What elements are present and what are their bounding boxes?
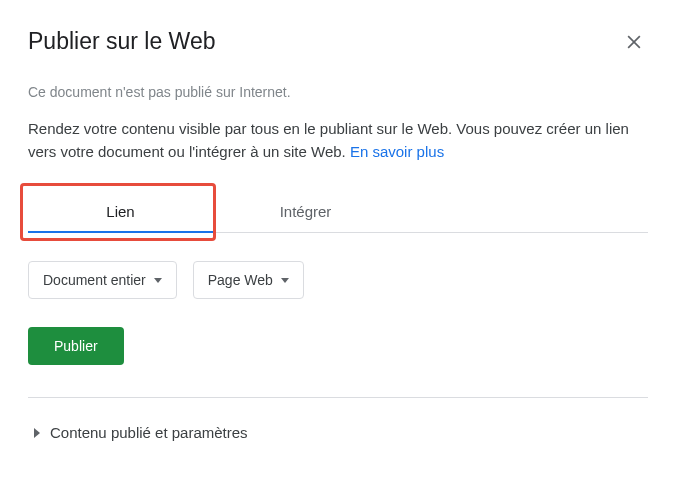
caret-down-icon	[154, 278, 162, 283]
format-dropdown-label: Page Web	[208, 272, 273, 288]
scope-dropdown[interactable]: Document entier	[28, 261, 177, 299]
settings-expander[interactable]: Contenu publié et paramètres	[28, 420, 248, 445]
status-text: Ce document n'est pas publié sur Interne…	[28, 84, 648, 100]
publish-button[interactable]: Publier	[28, 327, 124, 365]
tabs-container: Lien Intégrer	[28, 191, 648, 233]
dialog-header: Publier sur le Web	[28, 28, 648, 56]
caret-down-icon	[281, 278, 289, 283]
close-icon	[624, 32, 644, 52]
description-text: Rendez votre contenu visible par tous en…	[28, 118, 648, 163]
description-body: Rendez votre contenu visible par tous en…	[28, 120, 629, 160]
learn-more-link[interactable]: En savoir plus	[350, 143, 444, 160]
tab-link[interactable]: Lien	[28, 191, 213, 232]
format-dropdown[interactable]: Page Web	[193, 261, 304, 299]
dialog-title: Publier sur le Web	[28, 28, 216, 55]
dropdowns-row: Document entier Page Web	[28, 261, 648, 299]
divider	[28, 397, 648, 398]
caret-right-icon	[34, 428, 40, 438]
scope-dropdown-label: Document entier	[43, 272, 146, 288]
settings-expander-label: Contenu publié et paramètres	[50, 424, 248, 441]
close-button[interactable]	[620, 28, 648, 56]
tab-embed[interactable]: Intégrer	[213, 191, 398, 232]
